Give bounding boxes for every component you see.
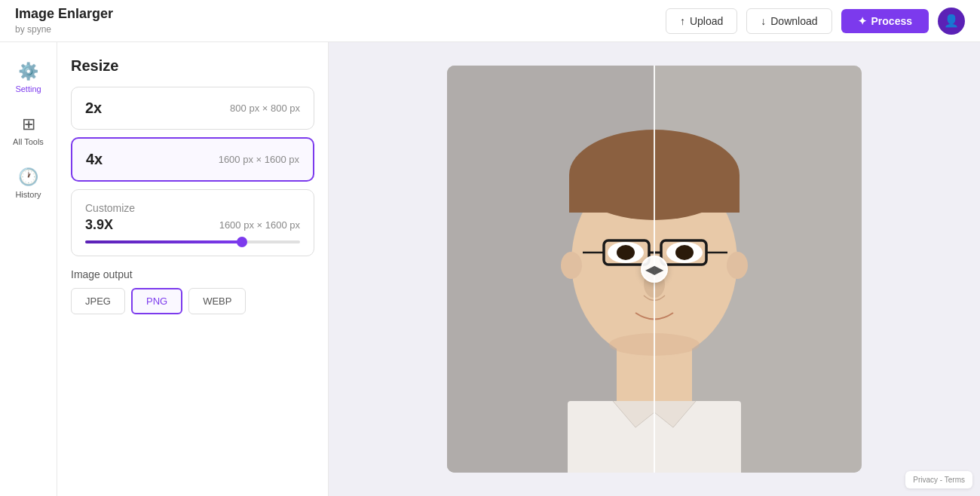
format-png-label: PNG xyxy=(146,295,167,307)
resize-4x-dims: 1600 px × 1600 px xyxy=(219,154,299,165)
sidebar-item-setting-label: Setting xyxy=(15,84,41,93)
slider-fill xyxy=(85,240,242,243)
process-icon: ✦ xyxy=(858,15,867,27)
header-actions: ↑ Upload ↓ Download ✦ Process 👤 xyxy=(666,8,965,35)
format-webp-label: WEBP xyxy=(203,295,231,307)
svg-point-9 xyxy=(617,245,635,260)
sidebar-item-history[interactable]: 🕐 History xyxy=(5,160,53,207)
resize-option-2x[interactable]: 2x 800 px × 800 px xyxy=(71,87,314,130)
format-jpeg-label: JPEG xyxy=(85,295,111,307)
format-png-button[interactable]: PNG xyxy=(131,288,182,314)
avatar-icon: 👤 xyxy=(944,14,959,28)
customize-box: Customize 3.9X 1600 px × 1600 px xyxy=(71,189,314,256)
main-layout: ⚙️ Setting ⊞ All Tools 🕐 History Resize … xyxy=(0,42,980,496)
process-label: Process xyxy=(871,15,912,27)
download-label: Download xyxy=(770,15,817,27)
format-webp-button[interactable]: WEBP xyxy=(188,288,246,314)
app-subtitle: by spyne xyxy=(15,24,51,35)
app-title: Image Enlarger xyxy=(15,6,113,21)
sidebar-item-all-tools[interactable]: ⊞ All Tools xyxy=(5,107,53,154)
download-icon: ↓ xyxy=(761,15,766,27)
panel-title: Resize xyxy=(71,57,314,75)
logo: Image Enlarger by spyne xyxy=(15,6,113,35)
customize-row: 3.9X 1600 px × 1600 px xyxy=(85,217,300,233)
resize-option-4x[interactable]: 4x 1600 px × 1600 px xyxy=(71,137,314,182)
upload-label: Upload xyxy=(690,15,723,27)
image-output-label: Image output xyxy=(71,268,314,280)
gdpr-notice: Privacy - Terms xyxy=(905,471,972,488)
customize-value: 3.9X xyxy=(85,217,113,233)
slider-thumb[interactable] xyxy=(237,237,247,247)
svg-point-11 xyxy=(675,245,694,260)
format-options: JPEG PNG WEBP xyxy=(71,288,314,314)
svg-point-7 xyxy=(727,252,748,279)
compare-handle-icon: ◀▶ xyxy=(645,262,663,277)
setting-icon: ⚙️ xyxy=(18,62,38,81)
preview-area: ◀▶ Privacy - Terms xyxy=(329,42,980,496)
upload-icon: ↑ xyxy=(680,15,685,27)
sidebar-item-all-tools-label: All Tools xyxy=(13,137,44,146)
sidebar-item-history-label: History xyxy=(15,190,41,199)
format-jpeg-button[interactable]: JPEG xyxy=(71,288,125,314)
customize-title: Customize xyxy=(85,202,300,214)
process-button[interactable]: ✦ Process xyxy=(841,9,929,33)
history-icon: 🕐 xyxy=(18,167,38,187)
resize-2x-label: 2x xyxy=(85,100,102,117)
sidebar: ⚙️ Setting ⊞ All Tools 🕐 History xyxy=(0,42,57,496)
image-compare: ◀▶ xyxy=(447,66,862,473)
svg-point-6 xyxy=(561,252,582,279)
upload-button[interactable]: ↑ Upload xyxy=(666,8,737,34)
all-tools-icon: ⊞ xyxy=(22,115,35,134)
gdpr-text: Privacy - Terms xyxy=(913,476,965,484)
resize-2x-dims: 800 px × 800 px xyxy=(230,103,300,114)
header: Image Enlarger by spyne ↑ Upload ↓ Downl… xyxy=(0,0,980,42)
resize-panel: Resize 2x 800 px × 800 px 4x 1600 px × 1… xyxy=(57,42,329,496)
slider-track[interactable] xyxy=(85,240,300,243)
download-button[interactable]: ↓ Download xyxy=(746,8,831,34)
customize-dims: 1600 px × 1600 px xyxy=(219,219,300,231)
compare-handle[interactable]: ◀▶ xyxy=(641,256,668,283)
avatar[interactable]: 👤 xyxy=(938,8,965,35)
image-output-section: Image output JPEG PNG WEBP xyxy=(71,268,314,314)
resize-4x-label: 4x xyxy=(86,151,103,168)
sidebar-item-setting[interactable]: ⚙️ Setting xyxy=(5,54,53,101)
